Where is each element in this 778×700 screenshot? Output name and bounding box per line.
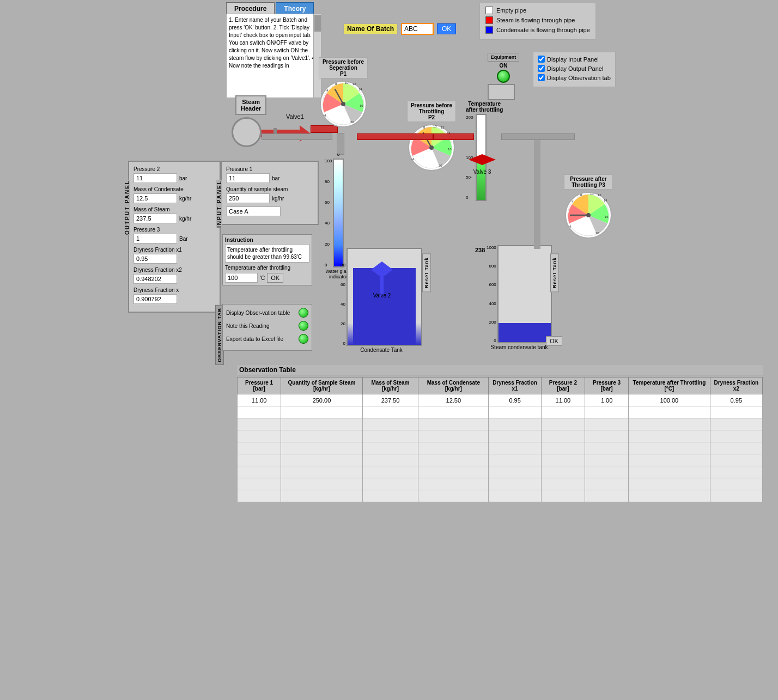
valve2-area[interactable]: Valve 2 (368, 253, 396, 299)
scrollbar-thumb (314, 15, 321, 32)
table-cell (710, 442, 762, 454)
svg-text:10: 10 (590, 192, 594, 196)
batch-input[interactable] (401, 23, 434, 35)
tank-ok-button[interactable]: OK (546, 336, 562, 346)
legend-steam: Steam is flowing through pipe (485, 16, 590, 24)
obs-display-btn-row: Display Obser-vation table (226, 308, 308, 318)
sct-water-fill (499, 323, 551, 342)
table-cell (541, 466, 585, 478)
obs-export-btn-row: Export data to Excel file (226, 334, 308, 344)
table-row (238, 406, 763, 418)
table-cell (489, 454, 541, 466)
svg-text:20: 20 (439, 164, 442, 167)
op-dryness-x1-input[interactable] (133, 254, 177, 264)
instruction-ok-button[interactable]: OK (267, 273, 283, 283)
table-cell (238, 406, 281, 418)
svg-text:10: 10 (433, 125, 437, 128)
valve3-area[interactable]: Valve 3 (466, 151, 499, 175)
table-cell (238, 418, 281, 430)
reset-tank-right[interactable]: Reset Tank (550, 253, 559, 292)
equipment-led[interactable] (497, 70, 510, 83)
obs-display-button[interactable] (299, 308, 308, 318)
svg-text:-4: -4 (323, 114, 326, 117)
procedure-text: 1. Enter name of your Batch and press 'O… (227, 14, 321, 72)
svg-text:-4: -4 (411, 157, 415, 161)
svg-text:12: 12 (352, 82, 356, 86)
table-cell (418, 442, 489, 454)
table-row (238, 454, 763, 466)
svg-text:20: 20 (595, 232, 599, 235)
table-cell (489, 406, 541, 418)
checkbox-input-panel: Display Input Panel (538, 56, 611, 63)
table-cell (362, 430, 418, 442)
ip-pressure1-input[interactable] (226, 173, 270, 183)
op-pressure3-input[interactable] (133, 234, 177, 244)
op-dryness-x2-input[interactable] (133, 274, 177, 284)
table-cell (541, 478, 585, 490)
ip-case-input[interactable] (226, 206, 281, 216)
table-cell (710, 490, 762, 502)
op-dryness-x-label: Dryness Fraction x (133, 287, 215, 293)
op-mass-steam-input[interactable] (133, 214, 177, 223)
table-cell (489, 466, 541, 478)
temp-gauge-label1: Temperature (466, 101, 503, 107)
steam-dot (485, 16, 493, 24)
table-cell (585, 442, 628, 454)
table-cell (585, 454, 628, 466)
table-row (238, 466, 763, 478)
equipment-label: Equipment (488, 53, 519, 62)
instruction-temp-label: Temperature after throttling (225, 265, 309, 271)
op-pressure2: Pressure 2 bar (133, 166, 215, 183)
obs-table-title: Observation Table (237, 365, 763, 375)
table-cell (541, 418, 585, 430)
op-pressure2-input[interactable] (133, 173, 177, 183)
table-cell (362, 478, 418, 490)
ip-qty-steam: Quantity of sample steam kg/hr (226, 186, 313, 203)
steam-cond-tank-area: 1000 800 600 400 200 0 Steam condensate … (487, 245, 552, 350)
on-label: ON (488, 63, 519, 69)
table-cell (629, 490, 710, 502)
checkbox-obs[interactable] (538, 74, 545, 81)
gauge-p3-svg: -4 4 8 10 12 14 16 20 (564, 191, 613, 240)
op-mass-condensate: Mass of Condensate kg/hr (133, 186, 215, 203)
batch-ok-button[interactable]: OK (437, 23, 456, 34)
temp-scale-200: 200- (466, 115, 475, 120)
obs-col-dry-x2: Dryness Fraction x2 (710, 378, 762, 394)
table-row (238, 442, 763, 454)
instruction-temp-input[interactable] (225, 273, 258, 283)
checkbox-input[interactable] (538, 56, 545, 63)
table-cell (238, 478, 281, 490)
sct-label: Steam condensate tank (487, 344, 552, 350)
table-cell (585, 406, 628, 418)
obs-export-button[interactable] (299, 334, 308, 344)
table-cell (281, 466, 362, 478)
obs-col-p1: Pressure 1 [bar] (238, 378, 281, 394)
temp-scale-50: 50- (466, 175, 475, 180)
valve1-label: Valve1 (286, 113, 304, 120)
checkbox-obs-label: Display Observation tab (547, 75, 611, 81)
obs-note-button[interactable] (299, 321, 308, 331)
table-cell (629, 466, 710, 478)
batch-area: Name Of Batch OK (343, 23, 456, 35)
table-cell (489, 418, 541, 430)
op-mass-cond-input[interactable] (133, 193, 177, 203)
table-cell (281, 490, 362, 502)
ct-scale-80: 80 (341, 263, 345, 267)
gauge-p2-svg: -4 4 8 10 12 14 16 20 (407, 123, 456, 172)
table-cell (281, 478, 362, 490)
obs-table-section: Observation Table Pressure 1 [bar] Quant… (237, 365, 763, 502)
table-cell (238, 442, 281, 454)
reset-tank-left[interactable]: Reset Tank (422, 253, 431, 292)
table-cell (541, 490, 585, 502)
op-dryness-x-input[interactable] (133, 294, 177, 304)
sct-scale-800: 800 (489, 264, 496, 269)
op-mass-cond-label: Mass of Condensate (133, 186, 215, 192)
svg-point-30 (586, 213, 591, 217)
sct-scale-200: 200 (489, 320, 496, 325)
ip-qty-steam-input[interactable] (226, 193, 270, 203)
table-cell (710, 418, 762, 430)
table-cell (585, 478, 628, 490)
table-cell (418, 466, 489, 478)
checkbox-output[interactable] (538, 65, 545, 72)
input-panel: Pressure 1 bar Quantity of sample steam … (221, 161, 319, 225)
